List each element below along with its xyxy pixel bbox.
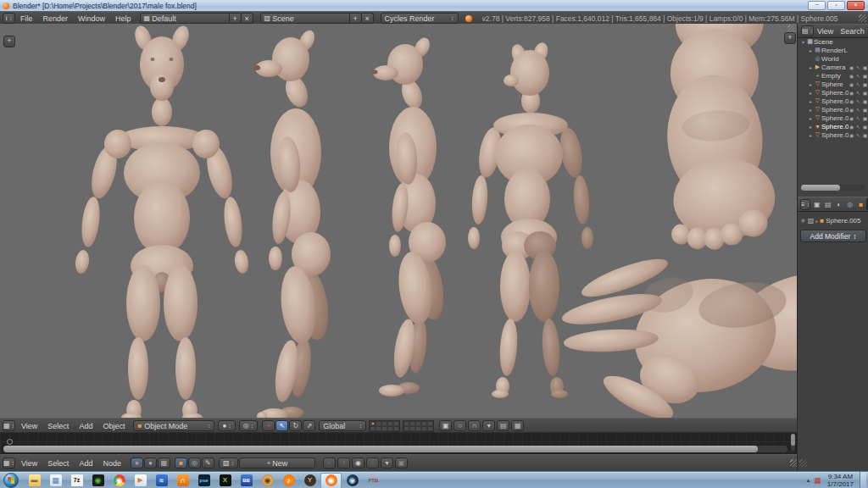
node-vertical-scrollbar[interactable] xyxy=(791,434,795,451)
outliner-item-sphere[interactable]: ▸ ▽ Sphere.0 ◉ ↖ ▣ xyxy=(798,114,868,122)
taskbar-green-x-app[interactable]: X xyxy=(214,473,236,488)
expander-icon[interactable]: ▸ xyxy=(808,124,814,130)
taskbar-steam[interactable]: ◉ xyxy=(342,473,363,488)
expander-icon[interactable]: ▸ xyxy=(808,81,814,87)
viewport-menu-add[interactable]: Add xyxy=(74,422,97,430)
manipulator-rotate-button[interactable]: ↻ xyxy=(289,420,302,431)
viewport-menu-view[interactable]: View xyxy=(16,422,42,430)
eye-icon[interactable]: ◉ xyxy=(849,81,854,87)
viewport-editor-type-button[interactable]: ▦↕ xyxy=(3,420,15,431)
outliner-item-renderlayers[interactable]: ▸ ▤ RenderL xyxy=(798,46,868,54)
eye-icon[interactable]: ◉ xyxy=(849,115,854,121)
show-desktop-button[interactable] xyxy=(860,472,866,488)
camera-restrict-icon[interactable]: ▣ xyxy=(862,81,868,87)
layer-cell[interactable] xyxy=(376,426,381,431)
select-arrow-icon[interactable]: ↖ xyxy=(855,107,861,113)
viewport-shading-dropdown[interactable]: ●↕ xyxy=(218,420,235,431)
start-button[interactable] xyxy=(3,473,19,488)
outliner-item-sphere[interactable]: ▸ ▽ Sphere.0 ◉ ↖ ▣ xyxy=(798,130,868,139)
eye-icon[interactable]: ◉ xyxy=(849,90,854,96)
item-label[interactable]: Sphere.0 xyxy=(821,89,849,97)
layer-cell[interactable] xyxy=(403,426,409,431)
titlebar[interactable]: Blender* [D:\Home\Projects\Blender\2017\… xyxy=(0,0,868,12)
show-hidden-icons-button[interactable]: ▴ xyxy=(805,477,812,484)
outliner-item-camera[interactable]: ▸ ▶ Camera ◉ ↖ ▣ xyxy=(798,63,868,71)
snap-element-dropdown[interactable]: ▾ xyxy=(482,420,495,431)
add-layout-button[interactable]: + xyxy=(230,13,242,24)
item-label[interactable]: RenderL xyxy=(821,47,868,54)
select-arrow-icon[interactable]: ↖ xyxy=(855,115,861,121)
item-label[interactable]: Sphere.0 xyxy=(821,123,849,130)
item-label[interactable]: Sphere.0 xyxy=(821,106,849,114)
select-arrow-icon[interactable]: ↖ xyxy=(855,64,861,70)
taskbar-7zip[interactable]: 7z xyxy=(66,473,87,488)
tab-render-layers[interactable]: ▤ xyxy=(822,198,833,210)
proportional-edit-dropdown[interactable]: ○ xyxy=(453,420,466,431)
item-label[interactable]: Empty xyxy=(821,72,849,80)
browse-object-icon[interactable]: ▧ xyxy=(808,217,815,225)
expander-icon[interactable]: ▸ xyxy=(808,107,814,113)
node-copy-button[interactable]: ▣ xyxy=(395,458,408,469)
transform-orientation-dropdown[interactable]: Global↕ xyxy=(319,420,366,431)
camera-restrict-icon[interactable]: ▣ xyxy=(862,124,868,130)
taskbar-chrome[interactable]: ◉ xyxy=(108,473,130,488)
tab-world[interactable]: ◎ xyxy=(844,198,855,210)
tab-scene[interactable]: ◐ xyxy=(833,198,844,210)
close-layout-button[interactable]: × xyxy=(242,13,253,24)
scene-selector[interactable]: ▧ Scene xyxy=(260,13,350,24)
browse-material-dropdown[interactable]: ▧ ↕ xyxy=(219,458,238,469)
item-label[interactable]: Camera xyxy=(821,64,849,71)
add-modifier-button[interactable]: Add Modifier ↕ xyxy=(800,230,866,242)
layer-cell[interactable] xyxy=(427,426,433,431)
viewport-menu-select[interactable]: Select xyxy=(42,422,74,430)
layer-cell[interactable] xyxy=(421,426,427,431)
eye-icon[interactable]: ◉ xyxy=(849,73,854,79)
select-arrow-icon[interactable]: ↖ xyxy=(855,98,861,104)
taskbar-movie-app[interactable]: ▦ xyxy=(45,473,66,488)
outliner-item-sphere[interactable]: ▸ ▽ Sphere.0 ◉ ↖ ▣ xyxy=(798,88,868,97)
viewport-3d[interactable]: + + xyxy=(0,24,797,418)
eye-icon[interactable]: ◉ xyxy=(849,64,854,70)
taskbar-media-player[interactable]: ▶ xyxy=(130,473,151,488)
resize-grip[interactable] xyxy=(799,459,807,467)
taskbar-photoshop-elements[interactable]: pse xyxy=(193,473,214,488)
shader-type-object-button[interactable]: ● xyxy=(131,458,143,469)
scrollbar-thumb[interactable] xyxy=(791,434,795,446)
opengl-render-anim-button[interactable]: ▦ xyxy=(511,420,524,431)
properties-region-expand-button[interactable]: + xyxy=(784,32,796,44)
item-label[interactable]: Sphere.0 xyxy=(821,131,849,139)
expander-icon[interactable]: ▾ xyxy=(800,39,806,45)
node-group-edit-button[interactable]: ↑ xyxy=(337,458,350,469)
menu-render[interactable]: Render xyxy=(38,14,74,23)
camera-restrict-icon[interactable]: ▣ xyxy=(862,107,868,113)
node-menu-add[interactable]: Add xyxy=(74,459,97,468)
eye-icon[interactable]: ◉ xyxy=(849,107,854,113)
expander-icon[interactable]: ▸ xyxy=(808,132,814,138)
item-label[interactable]: Sphere xyxy=(821,80,849,88)
outliner-editor-type-button[interactable]: ▤↕ xyxy=(801,25,814,36)
camera-restrict-icon[interactable]: ▣ xyxy=(862,90,868,96)
camera-restrict-icon[interactable]: ▣ xyxy=(862,115,868,121)
minimize-button[interactable]: − xyxy=(808,1,826,10)
node-ghost-button[interactable]: ◌ xyxy=(366,458,379,469)
scrollbar-thumb[interactable] xyxy=(3,446,758,452)
expander-icon[interactable]: ▸ xyxy=(808,90,814,96)
viewport-menu-object[interactable]: Object xyxy=(97,422,130,430)
layer-cell[interactable] xyxy=(409,426,415,431)
taskbar-clock[interactable]: 9:34 AM 1/7/2017 xyxy=(824,473,857,488)
node-menu-node[interactable]: Node xyxy=(97,459,126,468)
taskbar-recorder-app[interactable]: ◉ xyxy=(87,473,108,488)
slot-linestyle-button[interactable]: ✎ xyxy=(202,458,214,469)
eye-icon[interactable]: ◉ xyxy=(849,132,854,138)
mode-selector[interactable]: ■ Object Mode ↕ xyxy=(133,420,214,431)
outliner-item-empty[interactable]: + Empty ◉ ↖ ▣ xyxy=(798,71,868,80)
node-backdrop-button[interactable]: ▫ xyxy=(323,458,336,469)
select-arrow-icon[interactable]: ↖ xyxy=(855,73,861,79)
expander-icon[interactable]: ▸ xyxy=(808,98,814,104)
outliner-item-world[interactable]: ◎ World xyxy=(798,54,868,63)
outliner-item-sphere[interactable]: ▸ ▽ Sphere ◉ ↖ ▣ xyxy=(798,80,868,88)
screen-layout-selector[interactable]: ▦ Default xyxy=(140,13,230,24)
new-material-button[interactable]: + New xyxy=(239,458,315,469)
shader-type-world-button[interactable]: ● xyxy=(144,458,157,469)
node-menu-select[interactable]: Select xyxy=(42,459,74,468)
